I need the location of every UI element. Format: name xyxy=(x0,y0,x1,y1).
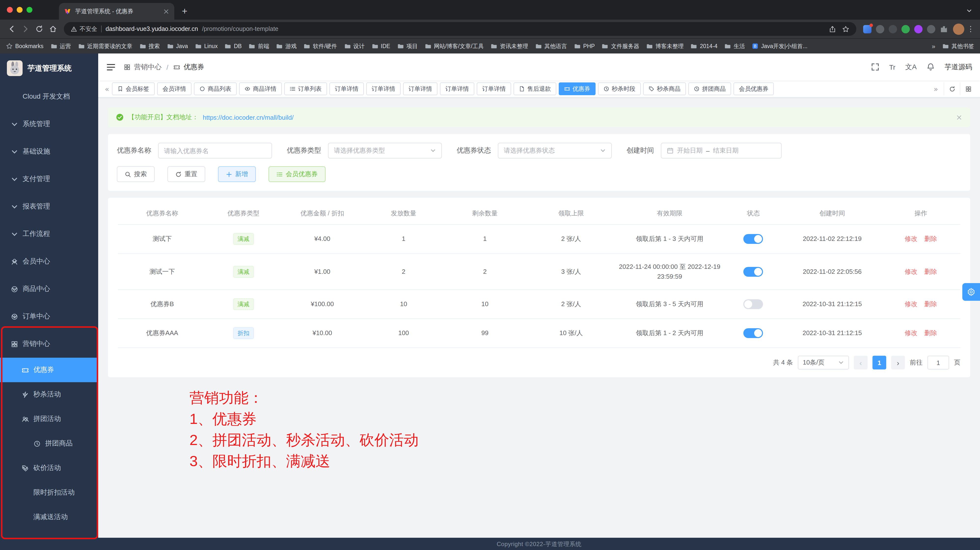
tab-item[interactable]: 订单列表 xyxy=(284,82,327,95)
extension-icon[interactable] xyxy=(876,25,884,33)
tags-scroll-right-icon[interactable]: » xyxy=(928,82,943,95)
extension-icon[interactable] xyxy=(927,25,935,33)
bookmark-item[interactable]: 设计 xyxy=(344,43,364,50)
tab-item[interactable]: 订单详情 xyxy=(403,82,438,95)
browser-menu-kebab-icon[interactable]: ⋮ xyxy=(966,25,975,33)
bookmark-item[interactable]: 网站/博客/文章/工具 xyxy=(425,43,484,50)
bookmark-item[interactable]: 软件/硬件 xyxy=(304,43,337,50)
font-size-icon[interactable]: Tr xyxy=(889,63,895,71)
search-button[interactable]: 搜索 xyxy=(117,166,155,182)
sidebar-item[interactable]: 订单中心 xyxy=(0,303,98,330)
bookmark-item[interactable]: 2014-4 xyxy=(690,43,718,49)
tab-item[interactable]: 售后退款 xyxy=(514,82,556,95)
tab-item[interactable]: 优惠券 xyxy=(559,82,595,95)
tab-item[interactable]: 订单详情 xyxy=(477,82,511,95)
bookmark-item[interactable]: 搜索 xyxy=(139,43,160,50)
collapse-sidebar-icon[interactable] xyxy=(106,62,116,72)
delete-link[interactable]: 删除 xyxy=(924,268,937,275)
bookmark-star-icon[interactable] xyxy=(842,25,850,33)
sidebar-item[interactable]: 拼团商品 xyxy=(0,431,98,456)
reload-button[interactable] xyxy=(32,22,46,36)
sidebar-item[interactable]: P商品中心 xyxy=(0,275,98,303)
coupon-status-select[interactable]: 请选择优惠券状态 xyxy=(498,143,612,159)
tags-layout-button[interactable] xyxy=(960,82,976,95)
sidebar-item[interactable]: 系统管理 xyxy=(0,110,98,138)
bookmark-item[interactable]: Bookmarks xyxy=(6,43,43,49)
sidebar-item[interactable]: 支付管理 xyxy=(0,165,98,193)
forward-button[interactable] xyxy=(19,22,32,36)
edit-link[interactable]: 修改 xyxy=(905,330,917,337)
current-page-button[interactable]: 1 xyxy=(872,356,886,369)
sidebar-item[interactable]: 拼团活动 xyxy=(0,407,98,431)
sidebar-item[interactable]: 基础设施 xyxy=(0,138,98,165)
url-bar[interactable]: 不安全 dashboard-vue3.yudao.iocoder.cn /pro… xyxy=(64,22,856,36)
tab-item[interactable]: 会员优惠券 xyxy=(733,82,774,95)
locale-icon[interactable]: 文A xyxy=(905,63,917,71)
bookmark-item[interactable]: 其他语言 xyxy=(535,43,567,50)
tab-item[interactable]: 订单详情 xyxy=(329,82,364,95)
close-window-button[interactable] xyxy=(7,7,13,13)
tags-refresh-button[interactable] xyxy=(943,82,960,95)
sidebar-item[interactable]: 会员中心 xyxy=(0,248,98,275)
edit-link[interactable]: 修改 xyxy=(905,235,917,243)
delete-link[interactable]: 删除 xyxy=(924,330,937,337)
fullscreen-icon[interactable] xyxy=(871,63,879,71)
status-toggle[interactable] xyxy=(744,328,763,338)
sidebar-item[interactable]: 满减送活动 xyxy=(0,505,98,529)
edit-link[interactable]: 修改 xyxy=(905,268,917,275)
next-page-button[interactable]: › xyxy=(891,356,905,369)
bookmark-item[interactable]: PHP xyxy=(574,43,595,49)
bookmark-item[interactable]: IDE xyxy=(371,43,390,49)
bookmark-item[interactable]: 博客未整理 xyxy=(646,43,684,50)
tab-item[interactable]: 订单详情 xyxy=(366,82,401,95)
member-coupon-button[interactable]: 会员优惠券 xyxy=(269,166,326,182)
sidebar-item[interactable]: 优惠券 xyxy=(0,358,98,382)
bookmarks-overflow-icon[interactable]: » xyxy=(932,43,935,50)
bookmark-item[interactable]: 前端 xyxy=(249,43,269,50)
bookmark-item[interactable]: 文件服务器 xyxy=(602,43,639,50)
add-button[interactable]: 新增 xyxy=(218,166,256,182)
bookmark-item[interactable]: DB xyxy=(224,43,242,49)
edit-link[interactable]: 修改 xyxy=(905,301,917,308)
bookmark-item[interactable]: 项目 xyxy=(397,43,418,50)
tab-item[interactable]: 拼团商品 xyxy=(688,82,731,95)
reset-button[interactable]: 重置 xyxy=(167,166,205,182)
extension-icon[interactable] xyxy=(889,25,897,33)
doc-link[interactable]: https://doc.iocoder.cn/mall/build/ xyxy=(203,114,294,121)
delete-link[interactable]: 删除 xyxy=(924,235,937,243)
tab-item[interactable]: 会员详情 xyxy=(157,82,191,95)
tab-item[interactable]: 商品详情 xyxy=(239,82,282,95)
create-time-range-picker[interactable]: 开始日期 – 结束日期 xyxy=(661,143,782,159)
home-button[interactable] xyxy=(46,22,60,36)
extension-icon[interactable] xyxy=(902,25,910,33)
coupon-name-input[interactable] xyxy=(158,143,272,159)
tab-item[interactable]: 会员标签 xyxy=(112,82,155,95)
goto-page-input[interactable] xyxy=(928,356,949,369)
bookmark-item[interactable]: Linux xyxy=(195,43,218,49)
security-indicator[interactable]: 不安全 xyxy=(71,25,97,33)
delete-link[interactable]: 删除 xyxy=(924,301,937,308)
sidebar-item[interactable]: Cloud 开发文档 xyxy=(0,83,98,110)
minimize-window-button[interactable] xyxy=(17,7,22,13)
bookmark-item[interactable]: Java xyxy=(167,43,188,49)
sidebar-item[interactable]: 工作流程 xyxy=(0,220,98,248)
sidebar-item[interactable]: 砍价活动 xyxy=(0,456,98,480)
alert-close-icon[interactable] xyxy=(956,114,963,120)
bookmark-item[interactable]: 资讯未整理 xyxy=(491,43,528,50)
share-icon[interactable] xyxy=(829,25,836,33)
sidebar-item[interactable]: 秒杀活动 xyxy=(0,382,98,407)
tab-item[interactable]: 秒杀商品 xyxy=(643,82,686,95)
status-toggle[interactable] xyxy=(744,300,763,309)
tab-close-icon[interactable] xyxy=(163,8,169,14)
sidebar-item[interactable]: 报表管理 xyxy=(0,193,98,220)
breadcrumb-parent[interactable]: 营销中心 xyxy=(134,63,162,71)
bookmark-item[interactable]: 运营 xyxy=(50,43,71,50)
tab-item[interactable]: 秒杀时段 xyxy=(598,82,641,95)
extension-icon[interactable] xyxy=(863,25,872,33)
sidebar-item[interactable]: 限时折扣活动 xyxy=(0,480,98,505)
notification-bell-icon[interactable] xyxy=(926,63,935,71)
status-toggle[interactable] xyxy=(744,267,763,277)
page-size-select[interactable]: 10条/页 xyxy=(798,356,849,369)
profile-avatar[interactable] xyxy=(953,23,964,35)
tab-search-chevron-icon[interactable] xyxy=(966,8,972,14)
